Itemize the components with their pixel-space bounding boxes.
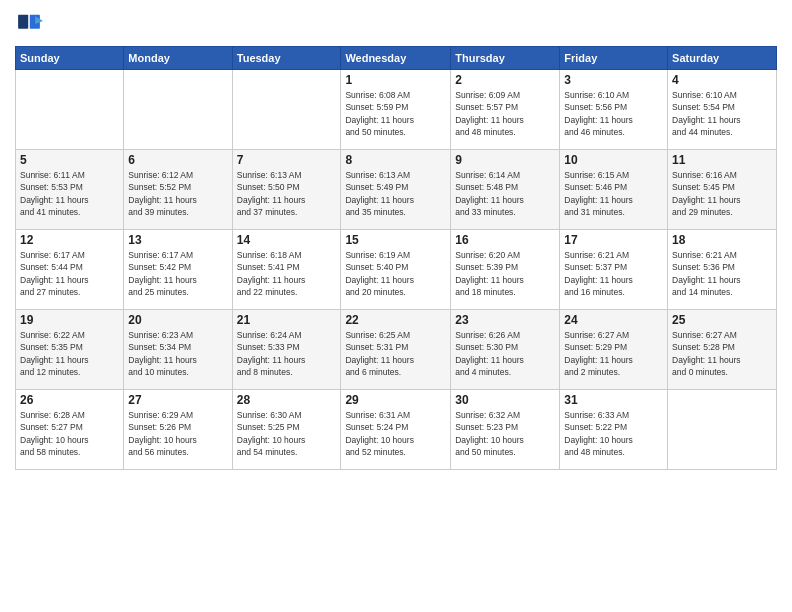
day-info: Sunrise: 6:21 AM Sunset: 5:37 PM Dayligh…: [564, 249, 663, 298]
day-info: Sunrise: 6:21 AM Sunset: 5:36 PM Dayligh…: [672, 249, 772, 298]
day-info: Sunrise: 6:19 AM Sunset: 5:40 PM Dayligh…: [345, 249, 446, 298]
week-row-5: 26Sunrise: 6:28 AM Sunset: 5:27 PM Dayli…: [16, 390, 777, 470]
calendar-cell: 15Sunrise: 6:19 AM Sunset: 5:40 PM Dayli…: [341, 230, 451, 310]
calendar-cell: 16Sunrise: 6:20 AM Sunset: 5:39 PM Dayli…: [451, 230, 560, 310]
calendar-cell: 31Sunrise: 6:33 AM Sunset: 5:22 PM Dayli…: [560, 390, 668, 470]
day-info: Sunrise: 6:22 AM Sunset: 5:35 PM Dayligh…: [20, 329, 119, 378]
day-info: Sunrise: 6:31 AM Sunset: 5:24 PM Dayligh…: [345, 409, 446, 458]
header: [15, 10, 777, 38]
calendar-cell: 9Sunrise: 6:14 AM Sunset: 5:48 PM Daylig…: [451, 150, 560, 230]
day-number: 1: [345, 73, 446, 87]
day-number: 21: [237, 313, 337, 327]
calendar-cell: 7Sunrise: 6:13 AM Sunset: 5:50 PM Daylig…: [232, 150, 341, 230]
calendar-cell: [124, 70, 232, 150]
calendar-cell: 4Sunrise: 6:10 AM Sunset: 5:54 PM Daylig…: [668, 70, 777, 150]
day-number: 4: [672, 73, 772, 87]
day-number: 29: [345, 393, 446, 407]
calendar-cell: [16, 70, 124, 150]
calendar-cell: 12Sunrise: 6:17 AM Sunset: 5:44 PM Dayli…: [16, 230, 124, 310]
week-row-2: 5Sunrise: 6:11 AM Sunset: 5:53 PM Daylig…: [16, 150, 777, 230]
day-info: Sunrise: 6:10 AM Sunset: 5:54 PM Dayligh…: [672, 89, 772, 138]
day-info: Sunrise: 6:32 AM Sunset: 5:23 PM Dayligh…: [455, 409, 555, 458]
day-number: 24: [564, 313, 663, 327]
logo-icon: [15, 10, 43, 38]
day-info: Sunrise: 6:27 AM Sunset: 5:28 PM Dayligh…: [672, 329, 772, 378]
day-number: 9: [455, 153, 555, 167]
calendar-cell: 25Sunrise: 6:27 AM Sunset: 5:28 PM Dayli…: [668, 310, 777, 390]
day-number: 8: [345, 153, 446, 167]
calendar-cell: 24Sunrise: 6:27 AM Sunset: 5:29 PM Dayli…: [560, 310, 668, 390]
calendar-table: SundayMondayTuesdayWednesdayThursdayFrid…: [15, 46, 777, 470]
week-row-3: 12Sunrise: 6:17 AM Sunset: 5:44 PM Dayli…: [16, 230, 777, 310]
day-number: 31: [564, 393, 663, 407]
day-number: 10: [564, 153, 663, 167]
weekday-monday: Monday: [124, 47, 232, 70]
calendar-cell: 2Sunrise: 6:09 AM Sunset: 5:57 PM Daylig…: [451, 70, 560, 150]
calendar-container: SundayMondayTuesdayWednesdayThursdayFrid…: [0, 0, 792, 612]
day-number: 6: [128, 153, 227, 167]
calendar-cell: 22Sunrise: 6:25 AM Sunset: 5:31 PM Dayli…: [341, 310, 451, 390]
day-number: 7: [237, 153, 337, 167]
day-number: 13: [128, 233, 227, 247]
calendar-cell: 21Sunrise: 6:24 AM Sunset: 5:33 PM Dayli…: [232, 310, 341, 390]
weekday-thursday: Thursday: [451, 47, 560, 70]
weekday-header-row: SundayMondayTuesdayWednesdayThursdayFrid…: [16, 47, 777, 70]
day-number: 12: [20, 233, 119, 247]
weekday-friday: Friday: [560, 47, 668, 70]
day-number: 18: [672, 233, 772, 247]
day-number: 20: [128, 313, 227, 327]
calendar-cell: 30Sunrise: 6:32 AM Sunset: 5:23 PM Dayli…: [451, 390, 560, 470]
calendar-cell: 1Sunrise: 6:08 AM Sunset: 5:59 PM Daylig…: [341, 70, 451, 150]
day-number: 15: [345, 233, 446, 247]
logo: [15, 10, 47, 38]
day-number: 17: [564, 233, 663, 247]
day-info: Sunrise: 6:10 AM Sunset: 5:56 PM Dayligh…: [564, 89, 663, 138]
calendar-cell: 11Sunrise: 6:16 AM Sunset: 5:45 PM Dayli…: [668, 150, 777, 230]
weekday-sunday: Sunday: [16, 47, 124, 70]
day-info: Sunrise: 6:30 AM Sunset: 5:25 PM Dayligh…: [237, 409, 337, 458]
day-info: Sunrise: 6:11 AM Sunset: 5:53 PM Dayligh…: [20, 169, 119, 218]
day-number: 28: [237, 393, 337, 407]
calendar-cell: 5Sunrise: 6:11 AM Sunset: 5:53 PM Daylig…: [16, 150, 124, 230]
day-info: Sunrise: 6:29 AM Sunset: 5:26 PM Dayligh…: [128, 409, 227, 458]
day-number: 27: [128, 393, 227, 407]
calendar-cell: 13Sunrise: 6:17 AM Sunset: 5:42 PM Dayli…: [124, 230, 232, 310]
day-info: Sunrise: 6:12 AM Sunset: 5:52 PM Dayligh…: [128, 169, 227, 218]
calendar-cell: 8Sunrise: 6:13 AM Sunset: 5:49 PM Daylig…: [341, 150, 451, 230]
calendar-cell: 18Sunrise: 6:21 AM Sunset: 5:36 PM Dayli…: [668, 230, 777, 310]
day-info: Sunrise: 6:28 AM Sunset: 5:27 PM Dayligh…: [20, 409, 119, 458]
calendar-cell: [232, 70, 341, 150]
day-info: Sunrise: 6:18 AM Sunset: 5:41 PM Dayligh…: [237, 249, 337, 298]
calendar-cell: 14Sunrise: 6:18 AM Sunset: 5:41 PM Dayli…: [232, 230, 341, 310]
svg-rect-1: [18, 15, 28, 29]
day-number: 19: [20, 313, 119, 327]
calendar-cell: 26Sunrise: 6:28 AM Sunset: 5:27 PM Dayli…: [16, 390, 124, 470]
day-info: Sunrise: 6:24 AM Sunset: 5:33 PM Dayligh…: [237, 329, 337, 378]
weekday-wednesday: Wednesday: [341, 47, 451, 70]
day-info: Sunrise: 6:25 AM Sunset: 5:31 PM Dayligh…: [345, 329, 446, 378]
calendar-cell: 20Sunrise: 6:23 AM Sunset: 5:34 PM Dayli…: [124, 310, 232, 390]
day-info: Sunrise: 6:17 AM Sunset: 5:44 PM Dayligh…: [20, 249, 119, 298]
calendar-cell: 6Sunrise: 6:12 AM Sunset: 5:52 PM Daylig…: [124, 150, 232, 230]
day-info: Sunrise: 6:23 AM Sunset: 5:34 PM Dayligh…: [128, 329, 227, 378]
day-number: 5: [20, 153, 119, 167]
calendar-cell: 3Sunrise: 6:10 AM Sunset: 5:56 PM Daylig…: [560, 70, 668, 150]
day-info: Sunrise: 6:20 AM Sunset: 5:39 PM Dayligh…: [455, 249, 555, 298]
week-row-4: 19Sunrise: 6:22 AM Sunset: 5:35 PM Dayli…: [16, 310, 777, 390]
day-info: Sunrise: 6:15 AM Sunset: 5:46 PM Dayligh…: [564, 169, 663, 218]
calendar-cell: 23Sunrise: 6:26 AM Sunset: 5:30 PM Dayli…: [451, 310, 560, 390]
day-info: Sunrise: 6:27 AM Sunset: 5:29 PM Dayligh…: [564, 329, 663, 378]
day-info: Sunrise: 6:08 AM Sunset: 5:59 PM Dayligh…: [345, 89, 446, 138]
calendar-cell: 10Sunrise: 6:15 AM Sunset: 5:46 PM Dayli…: [560, 150, 668, 230]
day-number: 23: [455, 313, 555, 327]
day-info: Sunrise: 6:13 AM Sunset: 5:50 PM Dayligh…: [237, 169, 337, 218]
day-info: Sunrise: 6:16 AM Sunset: 5:45 PM Dayligh…: [672, 169, 772, 218]
week-row-1: 1Sunrise: 6:08 AM Sunset: 5:59 PM Daylig…: [16, 70, 777, 150]
day-info: Sunrise: 6:26 AM Sunset: 5:30 PM Dayligh…: [455, 329, 555, 378]
day-info: Sunrise: 6:13 AM Sunset: 5:49 PM Dayligh…: [345, 169, 446, 218]
day-info: Sunrise: 6:17 AM Sunset: 5:42 PM Dayligh…: [128, 249, 227, 298]
calendar-cell: 19Sunrise: 6:22 AM Sunset: 5:35 PM Dayli…: [16, 310, 124, 390]
day-number: 3: [564, 73, 663, 87]
weekday-tuesday: Tuesday: [232, 47, 341, 70]
calendar-cell: 29Sunrise: 6:31 AM Sunset: 5:24 PM Dayli…: [341, 390, 451, 470]
